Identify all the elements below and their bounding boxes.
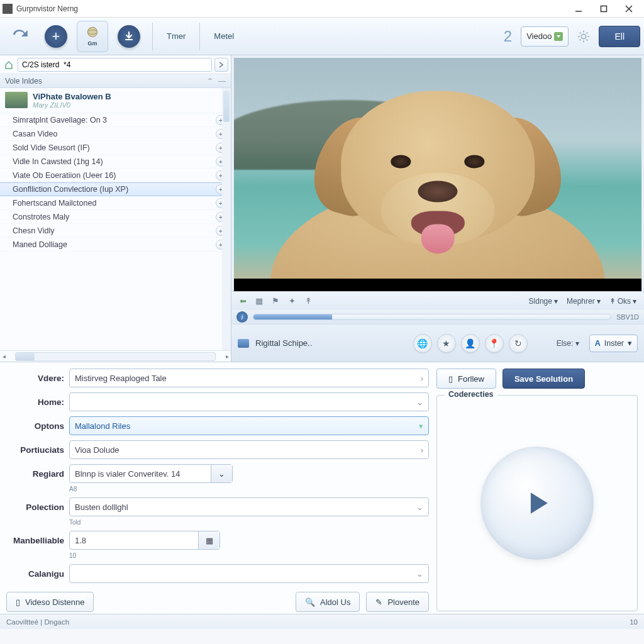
list-item-label: Constrotes Maly — [13, 213, 69, 221]
list-item[interactable]: Simratplnt Gavellage: On 3+ — [0, 113, 231, 127]
globe-button[interactable]: 🌐 — [413, 334, 432, 353]
list-item[interactable]: Sold Vide Seusort (IF)+ — [0, 141, 231, 155]
flag-icon[interactable]: ⚑ — [269, 295, 282, 308]
gm-button[interactable]: Gm — [77, 21, 108, 52]
feather-icon: ✎ — [375, 597, 382, 607]
minimize-button[interactable] — [566, 0, 591, 18]
list-item-label: Gonflliction Convlectiore (Iup XP) — [13, 185, 128, 194]
vertical-scrollbar[interactable] — [222, 88, 231, 350]
pin-button[interactable]: 📍 — [485, 334, 504, 353]
list-item[interactable]: Viate Ob Eoeratiion (Ueer 16)+ — [0, 169, 231, 182]
progress-track[interactable] — [253, 314, 611, 320]
timer-link[interactable]: Tmer — [160, 28, 192, 45]
collapse-icon[interactable]: ⌃ — [207, 77, 213, 86]
chevron-right-icon: › — [421, 374, 423, 383]
picker-icon[interactable]: ▦ — [198, 531, 219, 549]
path-go-button[interactable] — [214, 58, 228, 72]
inster-label: Inster — [604, 339, 624, 348]
refresh-button[interactable] — [4, 21, 35, 52]
grid-icon[interactable]: ▦ — [253, 295, 265, 308]
list-item[interactable]: Gonflliction Convlectiore (Iup XP)+ — [0, 182, 231, 196]
horizontal-scrollbar[interactable]: ◂ ▸ — [0, 350, 231, 362]
add-button[interactable]: + — [40, 21, 72, 52]
star-button[interactable]: ★ — [437, 334, 456, 353]
video-distenne-button[interactable]: ▯Videso Distenne — [6, 592, 94, 612]
plovente-button[interactable]: ✎Plovente — [366, 592, 429, 612]
list-item-label: Chesn Vidly — [13, 226, 54, 235]
plus-icon: + — [45, 25, 67, 48]
scroll-right-icon[interactable]: ▸ — [223, 353, 231, 360]
app-icon — [3, 4, 13, 14]
person-button[interactable]: 👤 — [461, 334, 480, 353]
calanigu-select[interactable]: ⌄ — [69, 564, 429, 583]
settings-button[interactable] — [574, 26, 594, 47]
maximize-button[interactable] — [591, 0, 616, 18]
clock-button[interactable]: ↻ — [509, 334, 528, 353]
close-button[interactable] — [616, 0, 641, 18]
list-item-label: Vidle In Cawsted (1hg 14) — [13, 157, 103, 166]
main-toolbar: + Gm Tmer Metel 2 Viedoo Ell — [0, 18, 644, 55]
polection-label: Polection — [6, 502, 64, 512]
coderecties-legend: Coderecties — [445, 390, 497, 399]
metel-link[interactable]: Metel — [208, 28, 240, 45]
toolbar-separator — [152, 23, 153, 50]
play-button[interactable] — [480, 447, 594, 560]
svg-line-12 — [587, 39, 588, 40]
list-item[interactable]: Maned Dolliage+ — [0, 238, 231, 252]
list-item[interactable]: Vidle In Cawsted (1hg 14)+ — [0, 155, 231, 169]
progress-time: SBV1D — [616, 313, 639, 321]
oks-dropdown[interactable]: ↟ Oks ▾ — [607, 296, 639, 307]
path-input[interactable] — [18, 58, 212, 72]
info-icon[interactable]: i — [236, 311, 248, 323]
regiard-select[interactable]: Blnnp is vialer Converitev. 14⌄ — [69, 464, 233, 483]
panel-title: Vole Inldes — [5, 77, 42, 86]
envelope-icon — [238, 339, 249, 348]
svg-line-11 — [580, 32, 581, 33]
star-icon[interactable]: ✦ — [286, 295, 298, 308]
home-button[interactable] — [3, 58, 15, 71]
portiuciats-input[interactable]: Vioa Dolude› — [69, 440, 429, 459]
sidebar: Vole Inldes ⌃ — ViPhate Bvalowen B Mary … — [0, 55, 231, 362]
list-item[interactable]: Chesn Vidly+ — [0, 224, 231, 238]
list-item-label: Sold Vide Seusort (IF) — [13, 143, 90, 152]
globe-icon — [84, 26, 101, 39]
up-icon[interactable]: ↟ — [302, 295, 314, 308]
aldol-us-button[interactable]: 🔍Aldol Us — [296, 592, 360, 612]
chevron-down-icon: ▾ — [597, 297, 601, 306]
svg-line-14 — [580, 39, 581, 40]
book-icon: ▯ — [16, 597, 20, 607]
svg-point-4 — [87, 27, 97, 36]
panel-controls: ⌃ — — [207, 77, 226, 86]
scroll-left-icon[interactable]: ◂ — [0, 353, 8, 360]
list-item[interactable]: Constrotes Maly+ — [0, 210, 231, 224]
home-select[interactable]: ⌄ — [69, 392, 429, 411]
video-format-combo[interactable]: Viedoo — [521, 26, 569, 47]
list-item[interactable]: Fohertscand Mailctoned+ — [0, 196, 231, 210]
manbelliable-input[interactable]: 1.8▦ — [69, 531, 220, 550]
else-dropdown[interactable]: Else: ▾ — [553, 336, 583, 350]
vdere-input[interactable]: Mistirveg Reaploged Tale› — [69, 369, 429, 387]
mepher-dropdown[interactable]: Mephrer ▾ — [564, 296, 603, 307]
download-icon — [118, 25, 140, 48]
video-preview[interactable] — [234, 58, 641, 291]
chevron-down-icon: ▾ — [419, 421, 423, 431]
polection-select[interactable]: Busten dolllghl⌄ — [69, 497, 429, 516]
list-item[interactable]: Casan Video+ — [0, 127, 231, 141]
forllew-button[interactable]: ▯Forllew — [436, 369, 496, 389]
featured-subtitle: Mary ZILIV0 — [33, 101, 111, 109]
save-button[interactable]: Save Seolution — [502, 369, 585, 389]
svg-rect-1 — [601, 6, 607, 11]
path-bar — [0, 55, 231, 74]
list-item-label: Simratplnt Gavellage: On 3 — [13, 116, 107, 125]
options-select[interactable]: Mallalond Riles▾ — [69, 416, 429, 435]
download-button[interactable] — [113, 21, 145, 52]
svg-point-6 — [582, 34, 586, 38]
chevron-right-icon: › — [421, 445, 423, 455]
featured-item[interactable]: ViPhate Bvalowen B Mary ZILIV0 — [0, 88, 231, 113]
inster-combo[interactable]: A Inster ▾ — [589, 335, 638, 352]
back-icon[interactable]: ⬅ — [236, 295, 249, 308]
sidebar-list: ViPhate Bvalowen B Mary ZILIV0 Simratpln… — [0, 88, 231, 350]
slange-dropdown[interactable]: Sldnge ▾ — [526, 296, 560, 307]
minimize-icon[interactable]: — — [218, 77, 226, 86]
primary-action-button[interactable]: Ell — [599, 26, 640, 47]
